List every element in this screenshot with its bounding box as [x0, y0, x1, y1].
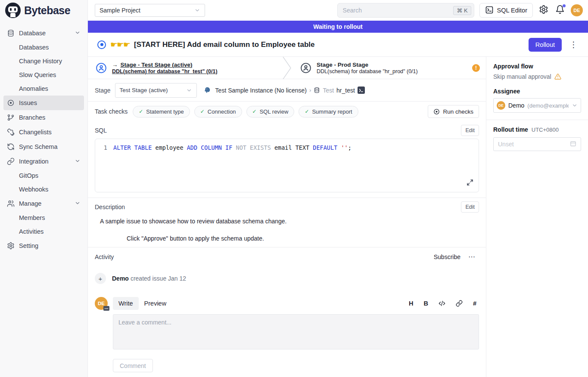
project-select-value: Sample Project	[100, 7, 140, 14]
brand-name: Bytebase	[24, 4, 70, 17]
sidebar-item-label: Setting	[19, 242, 38, 249]
sidebar-item-label: Manage	[19, 200, 41, 207]
sidebar-item-integration[interactable]: Integration	[3, 154, 84, 169]
breadcrumb-separator: ›	[309, 87, 311, 93]
database-link[interactable]: hr_test	[336, 87, 355, 94]
sidebar-item-activities[interactable]: Activities	[3, 225, 84, 238]
description-edit-button[interactable]: Edit	[461, 201, 479, 213]
expand-icon[interactable]	[467, 179, 473, 188]
brand-logo[interactable]: Bytebase	[0, 0, 87, 21]
check-pill-summary-report[interactable]: ✓Summary report	[299, 106, 358, 117]
tab-preview[interactable]: Preview	[139, 297, 172, 310]
sidebar-item-sync-schema[interactable]: Sync Schema	[3, 139, 84, 154]
terminal-icon	[485, 6, 494, 15]
environment-label: Test	[323, 87, 334, 94]
check-icon: ✓	[200, 108, 205, 114]
comment-submit-button[interactable]: Comment	[113, 359, 153, 372]
sql-editor-label: SQL Editor	[497, 7, 527, 14]
sidebar-item-database[interactable]: Database	[3, 26, 84, 40]
stage-card-prod[interactable]: Stage - Prod Stage DDL(schema) for datab…	[292, 57, 486, 79]
sidebar-item-slow-queries[interactable]: Slow Queries	[3, 68, 84, 82]
check-label: Connection	[208, 108, 236, 115]
sidebar-item-changelists[interactable]: Changelists	[3, 125, 84, 139]
open-sql-editor-icon[interactable]	[358, 87, 365, 94]
stage-select[interactable]: Test Stage (active)	[115, 83, 197, 98]
pencil-ruler-icon	[7, 128, 15, 136]
chevron-down-icon	[194, 7, 200, 13]
stage-separator-chevron	[281, 57, 292, 79]
assignee-select[interactable]: DE Demo (demo@example	[493, 98, 581, 113]
kebab-menu-icon[interactable]: ⋮	[566, 40, 581, 49]
sidebar-item-label: Sync Schema	[19, 143, 57, 150]
check-label: SQL review	[260, 108, 289, 115]
assignee-title: Assignee	[493, 88, 581, 95]
rollout-button[interactable]: Rollout	[529, 38, 562, 52]
chevron-down-icon	[75, 200, 81, 207]
sidebar-item-setting[interactable]: Setting	[3, 238, 84, 253]
check-pill-connection[interactable]: ✓Connection	[194, 106, 242, 117]
chat-bubble-icon	[103, 306, 109, 311]
project-select[interactable]: Sample Project	[95, 4, 205, 17]
task-checks-label: Task checks	[95, 108, 128, 115]
comment-input[interactable]	[113, 314, 479, 349]
chevron-down-icon	[572, 102, 578, 108]
sidebar-item-members[interactable]: Members	[3, 211, 84, 225]
sidebar-item-gitops[interactable]: GitOps	[3, 169, 84, 182]
sidebar-item-label: Webhooks	[19, 186, 48, 193]
settings-button[interactable]	[538, 5, 549, 16]
sidebar-item-label: Slow Queries	[19, 71, 56, 78]
check-pill-sql-review[interactable]: ✓SQL review	[246, 106, 295, 117]
description-paragraph: Click "Approve" button to apply the sche…	[127, 235, 479, 242]
sql-code-line: 1 ALTER TABLE employee ADD COLUMN IF NOT…	[101, 144, 473, 151]
sidebar-item-change-history[interactable]: Change History	[3, 54, 84, 68]
hash-icon[interactable]: #	[473, 300, 476, 307]
issue-detail: →Stage - Test Stage (active) DDL(schema)…	[88, 57, 486, 377]
sidebar-item-databases[interactable]: Databases	[3, 40, 84, 54]
sidebar: Bytebase Database Databases Change Histo…	[0, 0, 88, 377]
stage-card-test[interactable]: →Stage - Test Stage (active) DDL(schema)…	[88, 57, 281, 79]
search-input[interactable]	[343, 7, 450, 14]
check-icon: ✓	[139, 108, 143, 114]
sidebar-item-branches[interactable]: Branches	[3, 110, 84, 125]
sql-edit-button[interactable]: Edit	[461, 125, 479, 136]
current-stage-arrow: →	[112, 62, 118, 68]
stage-picker-label: Stage	[95, 87, 111, 94]
sql-statement-box[interactable]: 1 ALTER TABLE employee ADD COLUMN IF NOT…	[95, 139, 479, 192]
issue-open-icon	[97, 40, 106, 49]
stage-picker-row: Stage Test Stage (active) Test Sample In…	[88, 79, 486, 102]
sql-editor-button[interactable]: SQL Editor	[479, 3, 533, 18]
check-pill-statement-type[interactable]: ✓Statement type	[133, 106, 190, 117]
activity-text: created issue Jan 12	[131, 275, 186, 282]
run-checks-button[interactable]: Run checks	[428, 105, 479, 118]
code-icon[interactable]	[439, 300, 445, 307]
bold-icon[interactable]: B	[423, 300, 428, 307]
tab-write[interactable]: Write	[113, 297, 139, 310]
user-avatar[interactable]: DE	[571, 4, 583, 16]
search-box[interactable]: ⌘ K	[337, 3, 474, 18]
sidebar-item-label: Issues	[19, 99, 37, 106]
link-icon[interactable]	[456, 300, 463, 307]
sidebar-item-webhooks[interactable]: Webhooks	[3, 182, 84, 196]
instance-link[interactable]: Test Sample Instance (No license)	[215, 87, 307, 94]
format-toolbar: H B #	[409, 300, 479, 307]
sidebar-item-label: Members	[19, 214, 45, 221]
sidebar-item-manage[interactable]: Manage	[3, 196, 84, 211]
sidebar-nav: Database Databases Change History Slow Q…	[0, 21, 87, 253]
rollout-time-title: Rollout time	[493, 126, 528, 133]
stage-subtitle: DDL(schema) for database "hr_prod" (0/1)	[317, 68, 418, 74]
heading-icon[interactable]: H	[409, 300, 413, 307]
activity-entry: + Democreated issue Jan 12	[88, 261, 486, 284]
sidebar-item-issues[interactable]: Issues	[3, 96, 84, 110]
chevron-down-icon	[75, 30, 81, 37]
sidebar-item-anomalies[interactable]: Anomalies	[3, 82, 84, 96]
link-icon	[7, 158, 15, 165]
sidebar-item-label: Changelists	[19, 129, 52, 136]
activity-title: Activity	[95, 253, 114, 260]
notifications-button[interactable]	[554, 5, 566, 16]
calendar-icon	[570, 140, 576, 148]
notification-dot	[563, 4, 566, 7]
rollout-time-input[interactable]: Unset	[493, 137, 581, 151]
subscribe-button[interactable]: Subscribe	[434, 253, 460, 260]
chevron-down-icon	[75, 158, 81, 165]
ellipsis-menu-icon[interactable]: ⋯	[468, 253, 476, 261]
